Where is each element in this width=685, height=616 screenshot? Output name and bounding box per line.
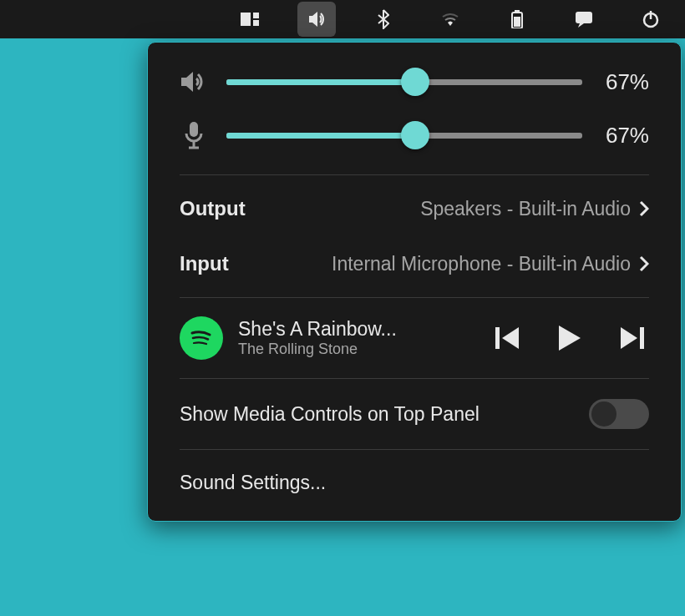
input-selector[interactable]: Input Internal Microphone - Built-in Aud… (180, 252, 649, 275)
divider (180, 449, 649, 450)
svg-rect-5 (514, 17, 520, 27)
battery-tray-icon[interactable] (498, 2, 536, 37)
speaker-icon (180, 69, 208, 94)
svg-rect-0 (241, 13, 251, 26)
media-controls-toggle-row: Show Media Controls on Top Panel (180, 399, 649, 429)
mic-row: 67% (180, 121, 649, 149)
svg-rect-9 (190, 122, 198, 137)
divider (180, 174, 649, 175)
sound-settings-link[interactable]: Sound Settings... (180, 472, 649, 502)
output-label: Output (180, 197, 246, 220)
wifi-tray-icon[interactable] (431, 2, 469, 37)
mic-percent: 67% (601, 123, 649, 149)
svg-rect-2 (253, 20, 259, 26)
power-tray-icon[interactable] (632, 2, 670, 37)
chevron-right-icon (639, 200, 649, 217)
toggle-label: Show Media Controls on Top Panel (180, 403, 480, 426)
media-artist: The Rolling Stone (238, 341, 480, 358)
media-player-row: She's A Rainbow... The Rolling Stone (180, 316, 649, 360)
bluetooth-tray-icon[interactable] (364, 2, 403, 37)
top-panel (0, 0, 685, 38)
microphone-icon (180, 121, 208, 149)
next-track-button[interactable] (621, 327, 644, 349)
volume-row: 67% (180, 68, 649, 96)
mic-slider[interactable] (226, 121, 582, 149)
media-title: She's A Rainbow... (238, 318, 480, 341)
sound-panel: 67% 67% Output Speakers - Built-in Audio… (147, 42, 682, 522)
chevron-right-icon (639, 255, 649, 272)
media-controls-toggle[interactable] (589, 399, 649, 429)
input-value: Internal Microphone - Built-in Audio (332, 253, 631, 275)
svg-rect-13 (640, 327, 644, 349)
svg-rect-1 (253, 13, 259, 18)
divider (180, 297, 649, 298)
svg-rect-6 (576, 12, 592, 23)
output-selector[interactable]: Output Speakers - Built-in Audio (180, 197, 649, 220)
play-button[interactable] (559, 326, 581, 351)
input-label: Input (180, 252, 229, 275)
sound-tray-icon[interactable] (297, 2, 336, 37)
notifications-tray-icon[interactable] (565, 2, 603, 37)
svg-rect-12 (495, 327, 500, 349)
output-value: Speakers - Built-in Audio (420, 198, 631, 220)
applets-icon[interactable] (231, 2, 269, 37)
volume-slider[interactable] (226, 68, 582, 96)
previous-track-button[interactable] (495, 327, 519, 349)
spotify-icon[interactable] (180, 316, 223, 360)
volume-percent: 67% (601, 69, 649, 95)
divider (180, 378, 649, 379)
